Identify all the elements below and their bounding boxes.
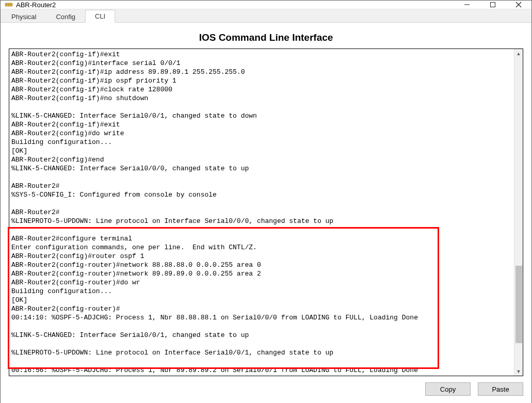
terminal-line: ABR-Router2(config)#do write bbox=[11, 129, 512, 138]
title-left: ABR-Router2 bbox=[1, 1, 56, 9]
terminal-line: %LINK-5-CHANGED: Interface Serial0/0/1, … bbox=[11, 331, 512, 340]
scroll-up-arrow-icon[interactable]: ▲ bbox=[514, 49, 523, 58]
terminal-line: ABR-Router2(config)#end bbox=[11, 155, 512, 164]
tab-cli[interactable]: CLI bbox=[85, 10, 115, 23]
terminal-line: [OK] bbox=[11, 296, 512, 304]
terminal-line: ABR-Router2(config-if)#no shutdown bbox=[11, 94, 512, 103]
maximize-button[interactable] bbox=[480, 1, 506, 9]
tabbar: Physical Config CLI bbox=[1, 9, 531, 23]
terminal-output[interactable]: ABR-Router2(config-if)#exitABR-Router2(c… bbox=[9, 49, 514, 376]
terminal-line: %LINEPROTO-5-UPDOWN: Line protocol on In… bbox=[11, 348, 512, 357]
terminal-line bbox=[11, 173, 512, 182]
scroll-thumb[interactable] bbox=[515, 266, 522, 343]
tab-config[interactable]: Config bbox=[46, 10, 85, 23]
scroll-down-arrow-icon[interactable]: ▼ bbox=[514, 367, 523, 376]
minimize-button[interactable] bbox=[454, 1, 480, 9]
paste-button[interactable]: Paste bbox=[478, 382, 523, 396]
terminal-line: ABR-Router2(config-if)#ip address 89.89.… bbox=[11, 68, 512, 76]
titlebar: ABR-Router2 bbox=[1, 1, 531, 9]
terminal-line: %LINEPROTO-5-UPDOWN: Line protocol on In… bbox=[11, 217, 512, 225]
terminal-line bbox=[11, 103, 512, 111]
terminal-line: %SYS-5-CONFIG_I: Configured from console… bbox=[11, 190, 512, 199]
button-row: Copy Paste bbox=[9, 376, 523, 396]
terminal-line: ABR-Router2#configure terminal bbox=[11, 234, 512, 243]
router-icon bbox=[5, 1, 13, 9]
terminal-line: ABR-Router2(config-if)#exit bbox=[11, 120, 512, 129]
terminal-line bbox=[11, 340, 512, 348]
cli-heading: IOS Command Line Interface bbox=[9, 32, 523, 43]
vertical-scrollbar[interactable]: ▲ ▼ bbox=[514, 49, 523, 376]
svg-point-3 bbox=[10, 4, 11, 5]
terminal-line bbox=[11, 357, 512, 366]
terminal-line: ABR-Router2(config-router)# bbox=[11, 304, 512, 313]
terminal-line: ABR-Router2# bbox=[11, 182, 512, 190]
svg-point-2 bbox=[8, 4, 9, 5]
terminal-line: Building configuration... bbox=[11, 287, 512, 296]
terminal-line: 00:16:56: %OSPF-5-ADJCHG: Process 1, Nbr… bbox=[11, 366, 512, 375]
terminal-line: ABR-Router2(config-router)#network 89.89… bbox=[11, 269, 512, 278]
terminal-line: Building configuration... bbox=[11, 138, 512, 147]
app-window: ABR-Router2 Physical Config CLI IOS Comm… bbox=[0, 0, 532, 403]
tab-physical[interactable]: Physical bbox=[2, 10, 46, 23]
cli-panel: IOS Command Line Interface ABR-Router2(c… bbox=[1, 23, 531, 403]
terminal-line: ABR-Router2(config-if)#ip ospf priority … bbox=[11, 76, 512, 85]
copy-button[interactable]: Copy bbox=[425, 382, 471, 396]
terminal-line: 00:14:10: %OSPF-5-ADJCHG: Process 1, Nbr… bbox=[11, 313, 512, 322]
svg-rect-5 bbox=[491, 3, 495, 7]
terminal-container: ABR-Router2(config-if)#exitABR-Router2(c… bbox=[9, 49, 523, 376]
terminal-line bbox=[11, 225, 512, 234]
terminal-line: ABR-Router2(config)#router ospf 1 bbox=[11, 252, 512, 261]
terminal-line: ABR-Router2# bbox=[11, 208, 512, 217]
terminal-line: ABR-Router2(config-router)#network 88.88… bbox=[11, 261, 512, 269]
terminal-line: ABR-Router2(config)#interface serial 0/0… bbox=[11, 59, 512, 68]
window-controls bbox=[454, 1, 531, 9]
terminal-line: ABR-Router2(config-if)#clock rate 128000 bbox=[11, 85, 512, 94]
terminal-line bbox=[11, 199, 512, 208]
window-title: ABR-Router2 bbox=[16, 1, 56, 9]
terminal-line: ABR-Router2(config-router)#do wr bbox=[11, 278, 512, 287]
terminal-line: %LINK-5-CHANGED: Interface Serial0/0/1, … bbox=[11, 111, 512, 120]
terminal-line: Enter configuration commands, one per li… bbox=[11, 243, 512, 252]
terminal-line: %LINK-5-CHANGED: Interface Serial0/0/0, … bbox=[11, 164, 512, 173]
terminal-line bbox=[11, 322, 512, 331]
svg-point-1 bbox=[6, 4, 7, 5]
terminal-line: ABR-Router2(config-if)#exit bbox=[11, 50, 512, 59]
close-button[interactable] bbox=[506, 1, 531, 9]
terminal-line: [OK] bbox=[11, 147, 512, 155]
